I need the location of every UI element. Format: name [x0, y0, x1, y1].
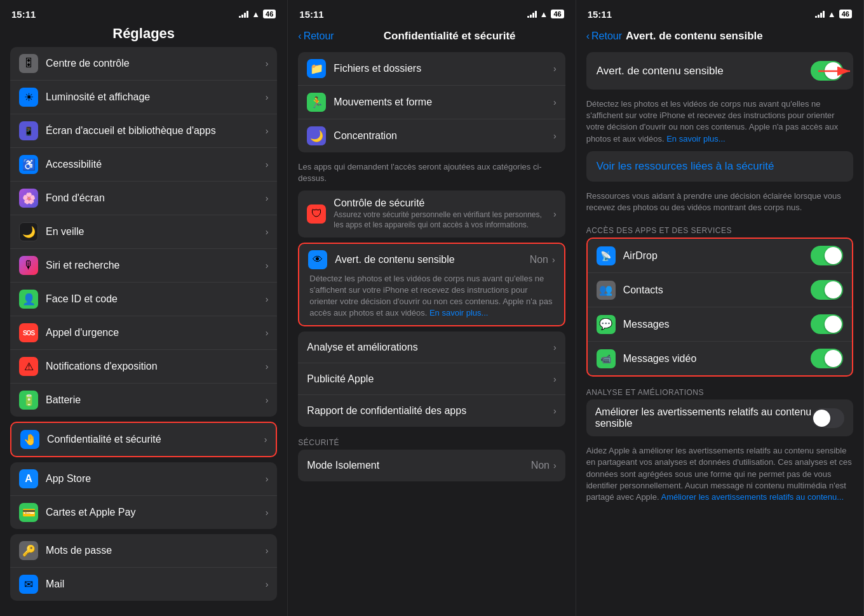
- sidebar-item-wallet[interactable]: 💳 Cartes et Apple Pay ›: [10, 496, 277, 529]
- analyse-link[interactable]: Améliorer les avertissements relatifs au…: [661, 492, 844, 502]
- sidebar-item-passwords[interactable]: 🔑 Mots de passe ›: [10, 534, 277, 568]
- security-section-label: SÉCURITÉ: [288, 432, 575, 450]
- page-title-1: Réglages: [0, 24, 287, 47]
- analyse-section-label: ANALYSE ET AMÉLIORATIONS: [576, 382, 863, 399]
- group-plain: Analyse et améliorations › Publicité App…: [298, 331, 565, 427]
- access-group: 📡 AirDrop 👥 Contacts 💬 Messages: [586, 238, 853, 377]
- control-center-icon: 🎛: [19, 54, 38, 73]
- sidebar-item-privacy[interactable]: 🤚 Confidentialité et sécurité ›: [11, 423, 276, 456]
- passwords-icon: 🔑: [19, 541, 38, 560]
- privacy-icon: 🤚: [20, 430, 39, 449]
- row-messages-video[interactable]: 📹 Messages vidéo: [588, 342, 852, 375]
- sidebar-item-wallpaper[interactable]: 🌸 Fond d'écran ›: [10, 182, 277, 215]
- group-privacy-highlighted: 🤚 Confidentialité et sécurité ›: [10, 422, 277, 457]
- mouvements-icon: 🏃: [307, 93, 326, 112]
- appstore-icon: A: [19, 469, 38, 488]
- resources-link-text: Voir les ressources liées à la sécurité: [597, 160, 843, 173]
- messages-video-toggle[interactable]: [811, 349, 843, 368]
- row-publicite[interactable]: Publicité Apple ›: [298, 363, 565, 395]
- status-icons-3: ▲ 46: [815, 10, 852, 19]
- sidebar-item-brightness[interactable]: ☀ Luminosité et affichage ›: [10, 81, 277, 114]
- settings-list-3: Avert. de contenu sensible Détectez les …: [576, 52, 863, 616]
- contacts-label: Contacts: [623, 285, 811, 296]
- messages-video-icon: 📹: [597, 349, 616, 368]
- group-system: 🎛 Centre de contrôle › ☀ Luminosité et a…: [10, 47, 277, 417]
- wallpaper-icon: 🌸: [19, 189, 38, 208]
- messages-toggle[interactable]: [811, 314, 843, 334]
- sidebar-item-faceid[interactable]: 👤 Face ID et code ›: [10, 283, 277, 316]
- sidebar-item-sos[interactable]: SOS Appel d'urgence ›: [10, 316, 277, 350]
- group-avert-highlighted[interactable]: 👁 Avert. de contenu sensible Non › Détec…: [298, 243, 565, 327]
- status-icons-1: ▲ 46: [239, 10, 276, 19]
- nav-title-2: Confidentialité et sécurité: [334, 30, 565, 43]
- sidebar-item-control-center[interactable]: 🎛 Centre de contrôle ›: [10, 47, 277, 81]
- security-control-desc: Assurez votre sécurité personnelle en vé…: [334, 210, 553, 230]
- sidebar-item-standby[interactable]: 🌙 En veille ›: [10, 215, 277, 249]
- avert-chevron: ›: [552, 255, 555, 265]
- airdrop-icon: 📡: [597, 246, 616, 265]
- avert-title-row: 👁 Avert. de contenu sensible Non ›: [308, 250, 555, 269]
- sidebar-item-siri[interactable]: 🎙 Siri et recherche ›: [10, 249, 277, 283]
- avert-link[interactable]: En savoir plus...: [429, 308, 489, 318]
- battery-2: 46: [551, 10, 564, 18]
- nav-header-3: ‹ Retour Avert. de contenu sensible: [576, 24, 863, 52]
- back-button-3[interactable]: ‹ Retour: [586, 30, 622, 42]
- wifi-icon-3: ▲: [828, 10, 836, 19]
- row-analyse-toggle[interactable]: Améliorer les avertissements relatifs au…: [586, 399, 853, 436]
- avert-desc: Détectez les photos et les vidéos de cor…: [308, 273, 555, 319]
- row-airdrop[interactable]: 📡 AirDrop: [588, 239, 852, 273]
- airdrop-toggle[interactable]: [811, 246, 843, 265]
- sidebar-item-appstore[interactable]: A App Store ›: [10, 462, 277, 496]
- main-toggle-desc: Détectez les photos et les vidéos de cor…: [576, 95, 863, 151]
- messages-icon: 💬: [597, 315, 616, 334]
- row-contacts[interactable]: 👥 Contacts: [588, 273, 852, 307]
- back-label-3: Retour: [591, 30, 622, 42]
- battery-icon: 🔋: [19, 391, 38, 410]
- battery-3: 46: [839, 10, 852, 18]
- back-chevron-3: ‹: [586, 30, 590, 42]
- contacts-toggle[interactable]: [811, 280, 843, 300]
- airdrop-label: AirDrop: [623, 250, 811, 262]
- sidebar-item-homescreen[interactable]: 📱 Écran d'accueil et bibliothèque d'apps…: [10, 114, 277, 148]
- row-fichiers[interactable]: 📁 Fichiers et dossiers ›: [298, 52, 565, 86]
- resources-link-section[interactable]: Voir les ressources liées à la sécurité: [586, 151, 853, 182]
- panel-privacy: 15:11 ▲ 46 ‹ Retour Confidentialité et s…: [288, 0, 576, 616]
- time-1: 15:11: [11, 9, 36, 20]
- row-isolement[interactable]: Mode Isolement Non ›: [298, 450, 565, 481]
- faceid-icon: 👤: [19, 290, 38, 309]
- sos-icon: SOS: [19, 323, 38, 342]
- main-toggle-row: Avert. de contenu sensible: [586, 52, 853, 90]
- signal-icon-3: [815, 11, 825, 18]
- row-concentration[interactable]: 🌙 Concentration ›: [298, 119, 565, 152]
- analyse-toggle[interactable]: [812, 408, 844, 428]
- row-mouvements[interactable]: 🏃 Mouvements et forme ›: [298, 86, 565, 119]
- signal-icon-2: [527, 11, 537, 18]
- permissions-desc: Les apps qui demandent l'accès seront aj…: [288, 157, 575, 191]
- standby-icon: 🌙: [19, 222, 38, 241]
- group-store: A App Store › 💳 Cartes et Apple Pay ›: [10, 462, 277, 529]
- mail-icon: ✉: [19, 575, 38, 594]
- group-security-control: 🛡 Contrôle de sécurité Assurez votre séc…: [298, 191, 565, 237]
- homescreen-icon: 📱: [19, 121, 38, 140]
- avert-icon: 👁: [308, 250, 327, 269]
- avert-value: Non: [530, 254, 548, 265]
- panel-avert: 15:11 ▲ 46 ‹ Retour Avert. de contenu se…: [576, 0, 864, 616]
- time-3: 15:11: [588, 9, 612, 20]
- main-toggle[interactable]: [811, 61, 843, 81]
- settings-list-2: 📁 Fichiers et dossiers › 🏃 Mouvements et…: [288, 52, 575, 616]
- status-bar-1: 15:11 ▲ 46: [0, 0, 287, 24]
- sidebar-item-battery[interactable]: 🔋 Batterie ›: [10, 384, 277, 417]
- back-button-2[interactable]: ‹ Retour: [298, 30, 334, 42]
- wallet-icon: 💳: [19, 503, 38, 522]
- row-security-control[interactable]: 🛡 Contrôle de sécurité Assurez votre séc…: [298, 191, 565, 237]
- battery-1: 46: [263, 10, 276, 18]
- row-analyse[interactable]: Analyse et améliorations ›: [298, 331, 565, 363]
- sidebar-item-accessibility[interactable]: ♿ Accessibilité ›: [10, 148, 277, 182]
- row-rapport[interactable]: Rapport de confidentialité des apps ›: [298, 395, 565, 427]
- group-isolement: Mode Isolement Non ›: [298, 450, 565, 481]
- main-toggle-container: Avert. de contenu sensible: [586, 52, 853, 90]
- row-messages[interactable]: 💬 Messages: [588, 307, 852, 342]
- learn-more-link[interactable]: En savoir plus...: [666, 134, 726, 144]
- sidebar-item-notifications-exp[interactable]: ⚠ Notifications d'exposition ›: [10, 350, 277, 384]
- sidebar-item-mail[interactable]: ✉ Mail ›: [10, 568, 277, 601]
